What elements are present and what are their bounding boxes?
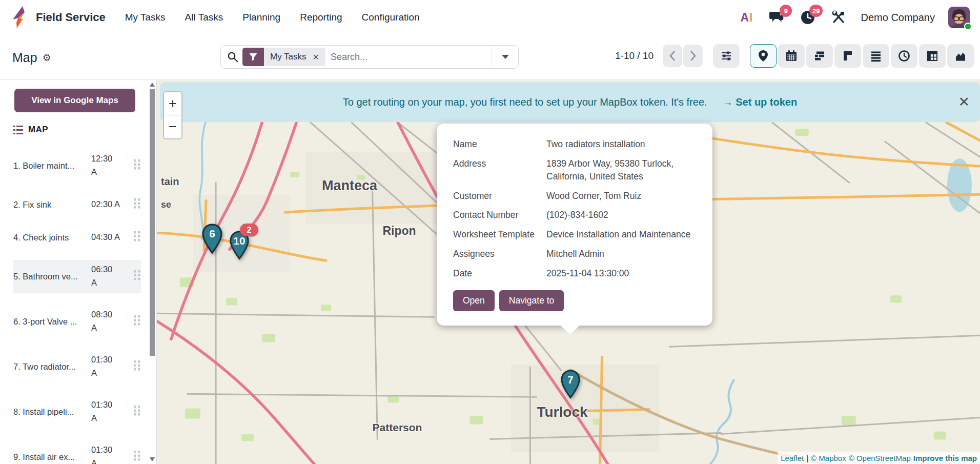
view-graph-button[interactable] (947, 44, 974, 68)
company-name[interactable]: Demo Company (861, 12, 935, 24)
osm-link[interactable]: © OpenStreetMap (849, 454, 911, 462)
control-bar: Map ⚙ My Tasks ✕ 1-10 / 10 (0, 35, 980, 79)
mapbox-link[interactable]: © Mapbox (811, 454, 846, 462)
pager-next-button[interactable] (683, 45, 703, 67)
gear-icon[interactable]: ⚙ (43, 51, 51, 63)
map-section-header: MAP (13, 125, 156, 135)
view-kanban-button[interactable] (834, 44, 861, 68)
control-right: 1-10 / 10 (615, 44, 974, 68)
task-row[interactable]: 7. Two radiator... 01:30 A (13, 350, 141, 383)
menu-configuration[interactable]: Configuration (362, 12, 420, 23)
wrench-screwdriver-icon (831, 10, 846, 25)
task-row[interactable]: 2. Fix sink 02:30 A (13, 194, 141, 215)
map-marker-7[interactable]: 7 (560, 370, 581, 399)
task-row[interactable]: 1. Boiler maint... 12:30 A (13, 149, 141, 182)
menu-my-tasks[interactable]: My Tasks (125, 12, 166, 23)
view-in-google-maps-button[interactable]: View in Google Maps (14, 89, 135, 112)
search-input[interactable] (331, 52, 492, 63)
view-calendar-button[interactable] (778, 44, 805, 68)
field-value: Wood Corner, Tom Ruiz (546, 190, 696, 203)
search-icon (227, 51, 238, 63)
set-up-token-link[interactable]: → Set up token (723, 96, 798, 108)
activities-icon[interactable]: 29 (799, 9, 816, 26)
search-dropdown-toggle[interactable] (492, 46, 518, 68)
menu-all-tasks[interactable]: All Tasks (185, 12, 223, 23)
field-value: 1839 Arbor Way, 95380 Turlock, Californi… (546, 157, 696, 183)
view-list-button[interactable] (863, 44, 889, 68)
map-label-manteca: Manteca (322, 178, 377, 194)
activity-clock-icon (898, 50, 910, 62)
zoom-in-button[interactable]: + (164, 92, 181, 115)
field-label: Customer (453, 190, 546, 203)
field-label: Assignees (453, 248, 546, 260)
filter-funnel-icon (242, 48, 264, 66)
task-row[interactable]: 4. Check joints 04:30 A (13, 227, 141, 248)
task-row[interactable]: 8. Install pipeli... 01:30 A (13, 395, 141, 428)
zoom-out-button[interactable]: − (164, 115, 181, 138)
caret-down-icon (502, 55, 509, 59)
field-value: Mitchell Admin (546, 248, 696, 260)
field-value: (102)-834-1602 (546, 209, 696, 221)
field-label: Date (453, 267, 546, 280)
drag-handle-icon[interactable] (134, 360, 141, 373)
scroll-up-arrow-icon[interactable] (150, 83, 155, 87)
popup-fields: Name Two radiators installation Address … (453, 138, 696, 280)
chevron-left-icon (669, 50, 676, 62)
section-title: MAP (28, 125, 48, 135)
graph-icon (954, 50, 967, 62)
scrollbar-thumb[interactable] (150, 89, 155, 356)
ai-icon[interactable]: AI (738, 9, 755, 26)
view-title: Map ⚙ (12, 50, 51, 65)
sliders-button[interactable] (713, 44, 740, 68)
drag-handle-icon[interactable] (134, 451, 141, 463)
sidebar-scrollbar[interactable] (149, 81, 155, 463)
search-facet-my-tasks[interactable]: My Tasks ✕ (242, 48, 325, 66)
improve-map-link[interactable]: Improve this map (913, 454, 977, 462)
pivot-table-icon (926, 50, 938, 62)
kanban-icon (842, 50, 854, 62)
sliders-icon (720, 50, 732, 62)
task-row[interactable]: 6. 3-port Valve ... 08:30 A (13, 305, 141, 338)
drag-handle-icon[interactable] (134, 270, 141, 283)
view-map-button[interactable] (750, 44, 777, 68)
drag-handle-icon[interactable] (134, 198, 141, 211)
map-label-ripon: Ripon (382, 224, 416, 238)
list-icon (870, 50, 882, 62)
messages-icon[interactable]: 9 (768, 9, 786, 26)
drag-handle-icon[interactable] (134, 231, 141, 244)
task-row[interactable]: 9. Install air ex... 01:30 A (13, 440, 141, 464)
field-label: Contact Number (453, 209, 546, 221)
top-navbar: Field Service My Tasks All Tasks Plannin… (0, 0, 980, 35)
map-pin-icon (758, 50, 769, 62)
view-switcher (750, 44, 974, 68)
map-attribution: Leaflet | © Mapbox © OpenStreetMap Impro… (778, 452, 980, 464)
app-name: Field Service (36, 11, 106, 24)
menu-reporting[interactable]: Reporting (300, 12, 342, 23)
drag-handle-icon[interactable] (134, 159, 141, 172)
map-label-patterson: Patterson (373, 421, 422, 434)
facet-remove-icon[interactable]: ✕ (312, 48, 325, 66)
view-pivot-button[interactable] (919, 44, 946, 68)
map-sidebar: View in Google Maps MAP 1. Boiler maint.… (0, 80, 157, 464)
map-canvas[interactable]: Manteca Ripon Turlock Patterson tain se … (157, 80, 980, 464)
app-switcher[interactable]: Field Service (10, 6, 106, 29)
pager-previous-button[interactable] (663, 45, 682, 67)
drag-handle-icon[interactable] (134, 315, 141, 328)
navigate-to-button[interactable]: Navigate to (499, 290, 564, 311)
view-activity-button[interactable] (891, 44, 917, 68)
open-button[interactable]: Open (453, 290, 495, 311)
scroll-down-arrow-icon[interactable] (150, 457, 155, 461)
field-value: Device Installation and Maintenance (546, 228, 696, 241)
tools-icon[interactable] (830, 9, 847, 26)
view-gantt-button[interactable] (806, 44, 833, 68)
drag-handle-icon[interactable] (134, 406, 141, 418)
activities-badge: 29 (809, 5, 823, 17)
pager-value: 1-10 / 10 (615, 50, 654, 62)
menu-planning[interactable]: Planning (242, 12, 280, 23)
user-avatar[interactable] (948, 7, 970, 28)
leaflet-link[interactable]: Leaflet (781, 454, 804, 462)
banner-close-icon[interactable]: ✕ (958, 95, 970, 109)
map-label-partial-se: se (161, 199, 171, 210)
task-row-selected[interactable]: 5. Bathroom ve... 06:30 A (13, 260, 141, 293)
map-marker-6[interactable]: 6 (201, 224, 223, 254)
